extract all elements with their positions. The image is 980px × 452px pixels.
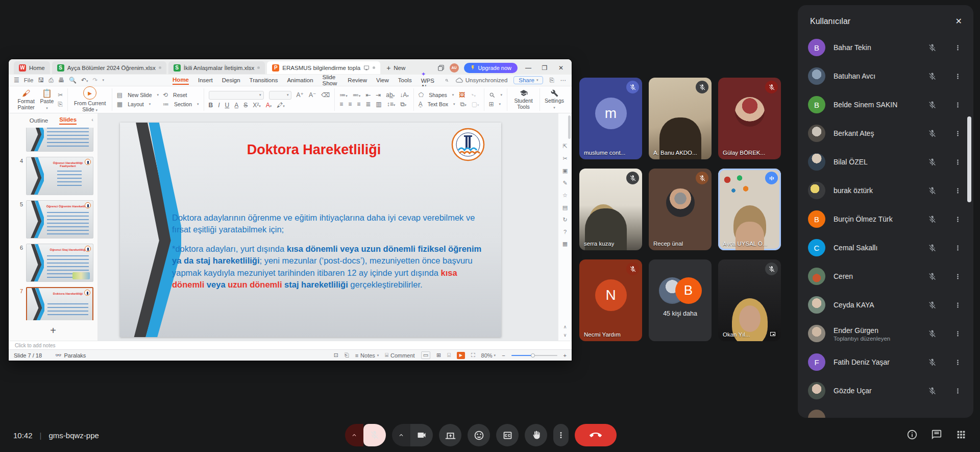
reactions-button[interactable] <box>468 424 490 446</box>
normal-view-button[interactable]: ▭ <box>421 351 430 359</box>
align-right-button[interactable]: ≡ <box>357 101 360 108</box>
font-size-select[interactable]: ▾ <box>269 91 291 100</box>
account-avatar[interactable]: AU <box>450 63 459 73</box>
tab-slides[interactable]: Slides <box>59 116 77 125</box>
menu-design[interactable]: Design <box>222 76 240 84</box>
highlight-button[interactable]: 🖍▾ <box>277 102 285 109</box>
share-button[interactable]: Share▾ <box>513 76 543 84</box>
mic-off-icon[interactable] <box>923 153 941 171</box>
tab-outline[interactable]: Outline <box>30 117 48 124</box>
paralaks-indicator[interactable]: 👓Paralaks <box>55 352 86 359</box>
new-slide-button[interactable]: ▤New Slide▾ <box>117 91 159 99</box>
more-options-icon[interactable] <box>949 353 966 371</box>
align-center-button[interactable]: ≡ <box>348 101 352 108</box>
slide-thumbnail-7-selected[interactable]: Doktora Hareketliliği <box>26 287 93 320</box>
more-options-icon[interactable] <box>949 268 966 285</box>
menu-home[interactable]: Home <box>173 76 189 85</box>
sync-pane-icon[interactable]: ↻ <box>562 217 567 223</box>
layout-pane-icon[interactable]: ▣ <box>562 168 568 174</box>
notes-bar[interactable]: Click to add notes <box>9 341 572 349</box>
video-tile[interactable]: serra kuzay <box>579 169 642 250</box>
align-objects-button[interactable]: ⧉▾ <box>400 101 406 108</box>
menu-transitions[interactable]: Transitions <box>250 76 278 84</box>
mic-off-icon[interactable] <box>923 382 941 399</box>
menu-tools[interactable]: Tools <box>398 76 412 84</box>
ribbon-more-icon[interactable]: ⋯ <box>560 77 567 84</box>
mic-off-icon[interactable] <box>923 182 941 199</box>
overflow-tile[interactable]: B 45 kişi daha <box>649 259 712 341</box>
mic-off-icon[interactable] <box>923 96 941 113</box>
pip-icon[interactable] <box>768 330 778 338</box>
char-spacing-button[interactable]: A̲ <box>234 102 238 109</box>
panel-scrollbar[interactable] <box>967 116 971 202</box>
slide-thumbnail-4[interactable]: Öğrenci Hareketliliği Faaliyetleri <box>26 157 93 195</box>
mic-off-icon[interactable] <box>923 67 941 85</box>
previous-slide-button[interactable]: ∧ <box>564 324 567 329</box>
text-orientation-button[interactable]: ↓A▾ <box>400 91 409 99</box>
camera-button[interactable] <box>410 424 433 446</box>
decrease-indent-button[interactable]: ⇤ <box>365 91 371 99</box>
zoom-out-button[interactable]: − <box>502 352 505 359</box>
format-painter-button[interactable]: 🖌 Format Painter <box>16 89 36 111</box>
search-icon[interactable] <box>445 77 449 84</box>
zoom-level[interactable]: 80%▾ <box>481 352 496 359</box>
video-tile[interactable]: Gülay BÖREK... <box>718 78 781 159</box>
cut-pane-icon[interactable]: ✂ <box>562 155 567 162</box>
more-options-icon[interactable] <box>949 239 966 256</box>
raise-hand-button[interactable] <box>525 424 547 446</box>
undo-icon[interactable]: ↶▾ <box>81 77 88 84</box>
font-color-button[interactable]: A▾ <box>266 102 272 109</box>
video-tile-speaking[interactable]: Ayça UYSAL Ö... <box>718 169 781 250</box>
justify-button[interactable]: ≣ <box>365 101 371 108</box>
activities-icon[interactable] <box>955 429 967 442</box>
vertical-scrollbar[interactable] <box>568 115 571 139</box>
more-options-icon[interactable] <box>949 96 966 113</box>
slide-size-button[interactable]: ⊞▾ <box>489 101 503 108</box>
zoom-slider[interactable] <box>511 355 557 356</box>
more-options-icon[interactable] <box>949 296 966 314</box>
slide-thumbnail-3[interactable] <box>26 128 93 152</box>
shrink-font-button[interactable]: A⁻ <box>309 91 316 99</box>
tab-home[interactable]: W Home <box>14 61 50 74</box>
help-pane-icon[interactable]: ? <box>564 229 567 235</box>
student-tools-button[interactable]: Student Tools <box>512 89 535 110</box>
collapse-panel-icon[interactable]: ‹ <box>91 116 93 123</box>
meeting-details-icon[interactable] <box>906 429 918 442</box>
mic-off-icon[interactable] <box>923 325 941 342</box>
menu-slideshow[interactable]: Slide Show <box>323 73 339 87</box>
bold-button[interactable]: B <box>209 102 213 109</box>
minimize-button[interactable]: — <box>523 64 534 72</box>
menu-file[interactable]: File <box>24 77 34 83</box>
more-options-icon[interactable] <box>949 153 966 171</box>
add-slide-button[interactable]: + <box>9 325 97 337</box>
font-name-select[interactable]: ▾ <box>209 91 264 100</box>
print-preview-icon[interactable]: 🔍 <box>69 77 77 84</box>
quickbar-more-icon[interactable]: ▾ <box>103 78 105 82</box>
section-button[interactable]: ≔Section▾ <box>163 101 199 108</box>
clear-format-button[interactable]: ⌫ <box>321 91 330 99</box>
captions-button[interactable] <box>496 424 519 446</box>
mic-off-icon[interactable] <box>923 239 941 256</box>
panel-toggle-icon[interactable]: ⎘ <box>549 77 554 84</box>
shortcut-icon[interactable]: ⊡ <box>334 352 338 359</box>
save-icon[interactable]: 🖫 <box>38 77 44 84</box>
more-options-icon[interactable] <box>949 182 966 199</box>
notes-pane-icon[interactable]: ▤ <box>562 204 568 211</box>
handout-icon[interactable]: ⎗ <box>345 352 349 359</box>
play-from-current-slide-button[interactable]: ▶ From Current Slide ▾ <box>72 86 107 112</box>
bullets-button[interactable]: ≔▾ <box>339 91 348 99</box>
mic-off-icon[interactable] <box>923 268 941 285</box>
hamburger-icon[interactable]: ☰ <box>14 77 19 84</box>
menu-insert[interactable]: Insert <box>198 76 213 84</box>
columns-button[interactable]: ▥ <box>376 101 381 108</box>
mic-options-chevron[interactable] <box>345 424 363 446</box>
mic-muted-button[interactable] <box>363 424 386 446</box>
more-options-icon[interactable] <box>949 382 966 399</box>
star-pane-icon[interactable]: ☆ <box>562 192 568 199</box>
more-options-button[interactable] <box>553 424 569 446</box>
tab-spreadsheet-1[interactable]: S Ayça Bölümler 2024 Öğrenim.xlsx <box>52 61 166 74</box>
chart-icon[interactable]: ◔▾ <box>470 91 476 99</box>
sync-status[interactable]: Unsynchronized <box>456 77 507 84</box>
camera-options-chevron[interactable] <box>392 424 410 446</box>
text-direction-button[interactable]: ab̲▾ <box>386 91 395 99</box>
